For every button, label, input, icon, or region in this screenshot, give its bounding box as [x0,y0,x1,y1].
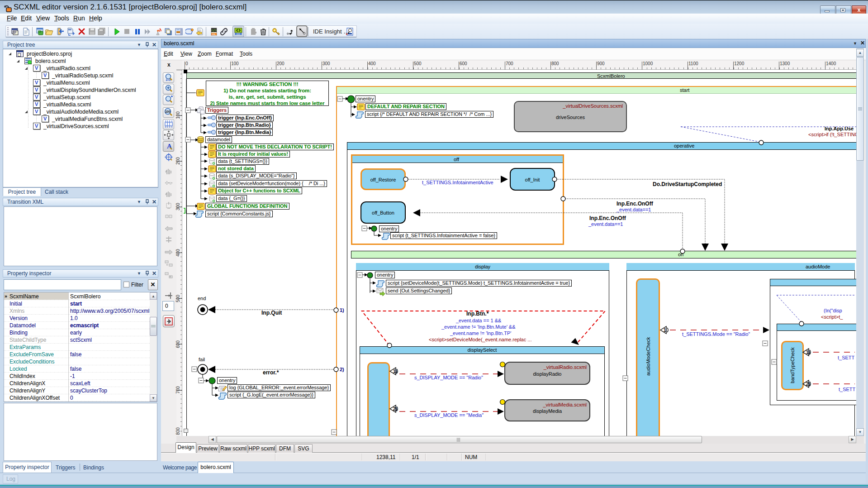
svg-text:XML: XML [212,33,216,36]
svg-text:2): 2) [806,382,810,387]
svg-text:2): 2) [393,407,397,411]
svg-text:1): 1) [806,350,810,355]
svg-text:1: 1 [664,328,666,333]
svg-text:100: 100 [165,110,171,113]
svg-text:1): 1) [393,369,397,374]
